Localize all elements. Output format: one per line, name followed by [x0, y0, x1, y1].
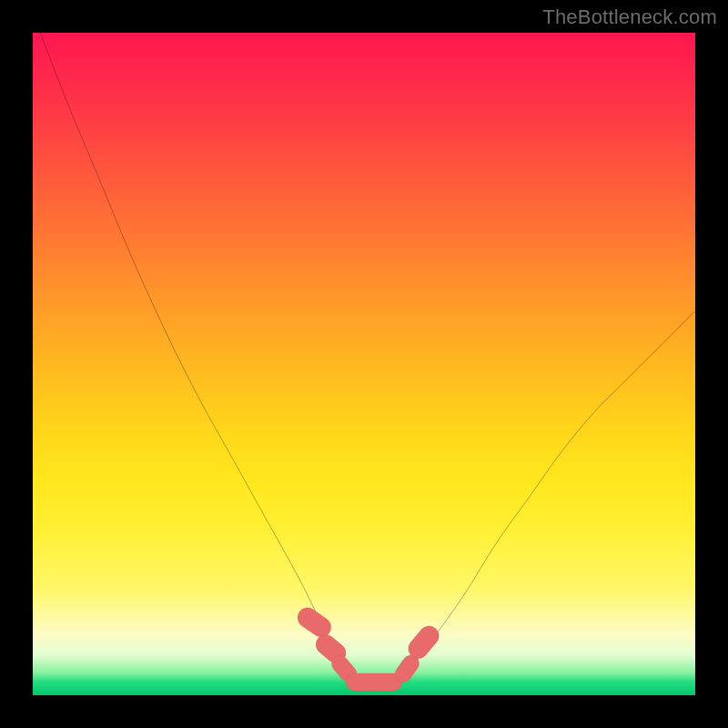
- chart-frame: TheBottleneck.com: [0, 0, 728, 728]
- watermark-label: TheBottleneck.com: [542, 5, 717, 29]
- curve-markers: [294, 603, 443, 690]
- curve-marker: [346, 673, 402, 691]
- bottleneck-curve: [33, 33, 695, 683]
- plot-area: [33, 33, 695, 695]
- curve-svg: [33, 33, 695, 695]
